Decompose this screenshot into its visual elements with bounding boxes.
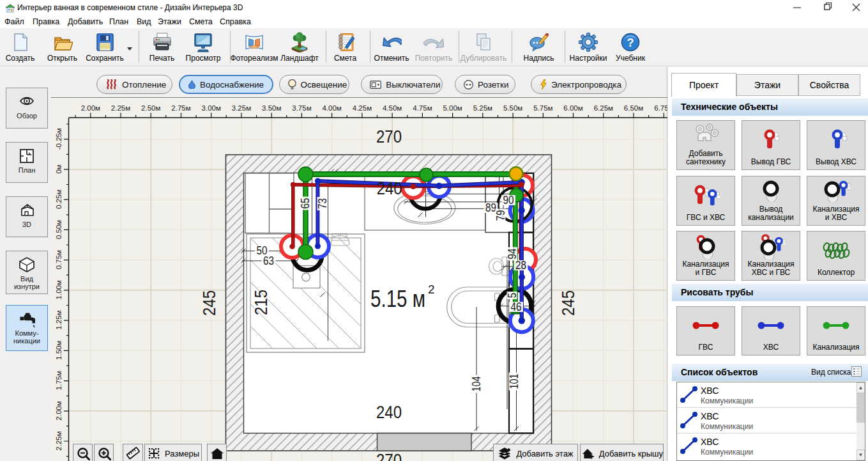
svg-text:3.25м: 3.25м	[232, 104, 251, 112]
svg-text:3.50м: 3.50м	[262, 104, 281, 112]
svg-text:5.75м: 5.75м	[533, 104, 552, 112]
svg-text:245: 245	[558, 290, 578, 316]
svg-text:0.50м: 0.50м	[55, 220, 63, 239]
svg-text:90: 90	[503, 194, 514, 207]
svg-text:46: 46	[511, 301, 522, 313]
svg-text:0м: 0м	[55, 164, 63, 173]
svg-text:2.00м: 2.00м	[81, 104, 100, 112]
svg-text:215: 215	[251, 290, 271, 315]
svg-text:1.00м: 1.00м	[55, 280, 63, 299]
svg-text:79: 79	[494, 210, 507, 221]
svg-text:6.50м: 6.50м	[624, 104, 643, 112]
svg-text:2.75м: 2.75м	[171, 104, 190, 112]
svg-text:5: 5	[506, 293, 519, 298]
svg-text:104: 104	[470, 377, 483, 392]
svg-text:0.75м: 0.75м	[55, 250, 63, 269]
svg-text:0.25м: 0.25м	[55, 189, 63, 208]
svg-text:65: 65	[299, 198, 312, 209]
svg-text:1.25м: 1.25м	[55, 310, 63, 329]
svg-text:1.75м: 1.75м	[55, 371, 63, 390]
svg-text:270: 270	[376, 127, 402, 146]
svg-text:245: 245	[199, 290, 219, 316]
svg-text:101: 101	[508, 374, 521, 389]
svg-text:-0.25м: -0.25м	[55, 128, 63, 150]
svg-text:2.25м: 2.25м	[111, 104, 130, 112]
svg-text:6.25м: 6.25м	[594, 104, 613, 112]
svg-text:28: 28	[515, 259, 526, 272]
svg-text:4.00м: 4.00м	[322, 104, 341, 112]
svg-text:5.15 м: 5.15 м	[370, 286, 425, 312]
svg-text:5.00м: 5.00м	[443, 104, 462, 112]
svg-text:240: 240	[376, 402, 402, 422]
svg-text:?: ?	[627, 36, 634, 49]
svg-text:2.25м: 2.25м	[55, 431, 63, 450]
svg-text:73: 73	[316, 198, 329, 209]
svg-text:240: 240	[377, 178, 402, 198]
svg-text:4.75м: 4.75м	[413, 104, 432, 112]
svg-text:5.25м: 5.25м	[473, 104, 492, 112]
svg-text:63: 63	[263, 254, 274, 267]
svg-text:2.00м: 2.00м	[55, 401, 63, 420]
svg-text:3.75м: 3.75м	[292, 104, 311, 112]
svg-text:5.50м: 5.50м	[503, 104, 522, 112]
svg-text:4.50м: 4.50м	[383, 104, 402, 112]
svg-text:3.00м: 3.00м	[202, 104, 221, 112]
svg-text:270: 270	[376, 450, 402, 461]
svg-text:2.50м: 2.50м	[141, 104, 160, 112]
svg-text:2: 2	[428, 283, 435, 296]
svg-text:4.25м: 4.25м	[353, 104, 372, 112]
svg-text:94: 94	[506, 249, 519, 260]
svg-text:6.00м: 6.00м	[563, 104, 582, 112]
svg-text:1.50м: 1.50м	[55, 341, 63, 360]
